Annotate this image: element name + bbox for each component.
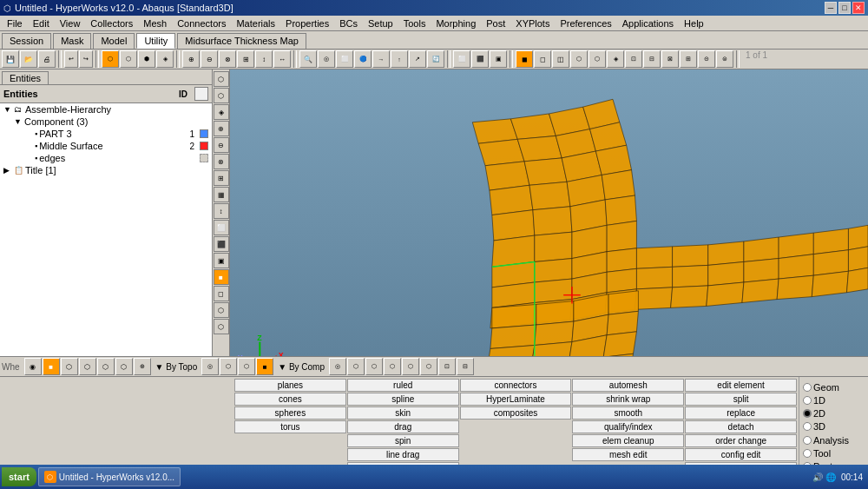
tb-render-1[interactable]: ◼ — [516, 50, 533, 68]
tb-render-8[interactable]: ⊟ — [643, 50, 661, 68]
tb-btn-22[interactable]: ↗ — [409, 50, 426, 68]
cmd-line-drag[interactable]: line drag — [347, 448, 459, 461]
strip-btn-12[interactable]: ▣ — [214, 253, 229, 268]
strip-btn-3[interactable]: ◈ — [214, 104, 229, 120]
toolbar-tab-0[interactable]: Session — [2, 33, 51, 49]
radio-analysis[interactable]: Analysis — [803, 435, 865, 446]
cmd-spin[interactable]: spin — [347, 434, 459, 447]
tb-btn-3[interactable]: 🖨 — [38, 50, 56, 68]
tb-render-11[interactable]: ⊝ — [698, 50, 715, 68]
tb-zoom-2[interactable]: ⬛ — [471, 50, 489, 68]
tree-item-edges[interactable]: ▪ edges — [21, 152, 212, 164]
radio-tool[interactable]: Tool — [803, 448, 865, 459]
tb-btn-14[interactable]: ↕ — [255, 50, 273, 68]
maximize-button[interactable]: □ — [838, 2, 851, 14]
menu-item-help[interactable]: Help — [679, 17, 709, 30]
strip-btn-8[interactable]: ▦ — [214, 187, 229, 202]
minimize-button[interactable]: ─ — [825, 2, 837, 14]
tb-btn-15[interactable]: ↔ — [273, 50, 291, 68]
tb-btn-12[interactable]: ⊗ — [219, 50, 236, 68]
tb-btn-9[interactable]: ◈ — [156, 50, 174, 68]
cmd-ruled[interactable]: ruled — [347, 379, 459, 392]
bt-btn-12[interactable]: ◎ — [329, 358, 346, 375]
bt-btn-10[interactable]: ⬡ — [238, 358, 255, 375]
start-button[interactable]: start — [2, 467, 36, 486]
menu-item-morphing[interactable]: Morphing — [431, 17, 481, 30]
tb-btn-11[interactable]: ⊖ — [201, 50, 218, 68]
strip-btn-4[interactable]: ⊕ — [214, 121, 229, 136]
bt-btn-1[interactable]: ◉ — [24, 358, 42, 375]
toolbar-tab-2[interactable]: Model — [93, 33, 135, 49]
radio-3d[interactable]: 3D — [803, 421, 865, 432]
tb-btn-20[interactable]: → — [372, 50, 390, 68]
cmd-smooth[interactable]: smooth — [572, 406, 684, 420]
menu-item-collectors[interactable]: Collectors — [85, 17, 138, 30]
cmd-edit-element[interactable]: edit element — [685, 379, 797, 392]
tree-item-assemble[interactable]: ▼ 🗂 Assemble-Hierarchy — [0, 103, 212, 116]
bt-btn-9[interactable]: ⬡ — [220, 358, 237, 375]
cmd-skin[interactable]: skin — [347, 406, 459, 420]
tb-render-5[interactable]: ⬡ — [589, 50, 606, 68]
tb-zoom-3[interactable]: ▣ — [490, 50, 507, 68]
tb-btn-18[interactable]: ⬜ — [336, 50, 353, 68]
viewport-3d[interactable]: Model Info: C:/Users/Caner/Desktop/hyper… — [230, 69, 868, 356]
strip-btn-10[interactable]: ⬜ — [214, 220, 229, 235]
cmd-spline[interactable]: spline — [347, 393, 459, 406]
menu-item-preferences[interactable]: Preferences — [555, 17, 616, 30]
tb-btn-10[interactable]: ⊕ — [182, 50, 200, 68]
toolbar-tab-3[interactable]: Utility — [136, 33, 175, 49]
tb-render-6[interactable]: ◈ — [607, 50, 624, 68]
tree-item-title[interactable]: ▶ 📋 Title [1] — [0, 164, 212, 176]
menu-item-connectors[interactable]: Connectors — [172, 17, 231, 30]
tree-item-component[interactable]: ▼ Component (3) — [10, 116, 212, 128]
strip-btn-5[interactable]: ⊖ — [214, 137, 229, 153]
bt-btn-18[interactable]: ⊡ — [438, 358, 456, 375]
tb-render-7[interactable]: ⊡ — [625, 50, 642, 68]
tb-btn-5[interactable]: ↪ — [79, 50, 93, 68]
cmd-spheres[interactable]: spheres — [234, 406, 346, 420]
tree-options-btn[interactable] — [194, 87, 208, 101]
tb-btn-2[interactable]: 📂 — [20, 50, 37, 68]
tb-btn-8[interactable]: ⬢ — [138, 50, 155, 68]
bt-btn-5[interactable]: ⬡ — [97, 358, 115, 375]
bt-btn-17[interactable]: ⬡ — [420, 358, 437, 375]
strip-btn-9[interactable]: ↕ — [214, 203, 229, 219]
menu-item-properties[interactable]: Properties — [280, 17, 334, 30]
tb-btn-17[interactable]: ◎ — [318, 50, 335, 68]
bt-btn-2[interactable]: ■ — [43, 358, 60, 375]
cmd-config-edit[interactable]: config edit — [685, 448, 797, 461]
cmd-composites[interactable]: composites — [460, 406, 572, 420]
tb-render-2[interactable]: ◻ — [534, 50, 551, 68]
taskbar-hw-item[interactable]: ⬡ Untitled - HyperWorks v12.0... — [38, 467, 181, 486]
menu-item-edit[interactable]: Edit — [28, 17, 55, 30]
strip-btn-7[interactable]: ⊞ — [214, 170, 229, 186]
bt-btn-15[interactable]: ⬡ — [384, 358, 401, 375]
tb-zoom-1[interactable]: ⬜ — [453, 50, 470, 68]
cmd-order-change[interactable]: order change — [685, 434, 797, 447]
radio-2d[interactable]: 2D — [803, 408, 865, 419]
menu-item-post[interactable]: Post — [481, 17, 510, 30]
cmd-automesh[interactable]: automesh — [572, 379, 684, 392]
bt-btn-11[interactable]: ■ — [256, 358, 273, 375]
cmd-qualify-index[interactable]: qualify/index — [572, 420, 684, 433]
menu-item-view[interactable]: View — [55, 17, 86, 30]
bt-btn-14[interactable]: ⬡ — [365, 358, 383, 375]
bt-btn-7[interactable]: ⊕ — [134, 358, 151, 375]
strip-btn-11[interactable]: ⬛ — [214, 236, 229, 252]
toolbar-tab-4[interactable]: Midsurface Thickness Map — [177, 33, 306, 49]
cmd-drag[interactable]: drag — [347, 420, 459, 433]
tb-btn-16[interactable]: 🔍 — [299, 50, 317, 68]
strip-btn-2[interactable]: ⬡ — [214, 88, 229, 103]
bt-btn-3[interactable]: ⬡ — [61, 358, 78, 375]
strip-btn-14[interactable]: ◻ — [214, 286, 229, 301]
menu-item-mesh[interactable]: Mesh — [138, 17, 172, 30]
menu-item-file[interactable]: File — [2, 17, 28, 30]
strip-btn-6[interactable]: ⊗ — [214, 154, 229, 169]
tb-btn-7[interactable]: ⬡ — [120, 50, 137, 68]
cmd-torus[interactable]: torus — [234, 420, 346, 433]
entities-tab[interactable]: Entities — [2, 71, 49, 84]
bt-btn-6[interactable]: ⬡ — [115, 358, 133, 375]
menu-item-tools[interactable]: Tools — [398, 17, 431, 30]
cmd-split[interactable]: split — [685, 393, 797, 406]
cmd-shrink-wrap[interactable]: shrink wrap — [572, 393, 684, 406]
